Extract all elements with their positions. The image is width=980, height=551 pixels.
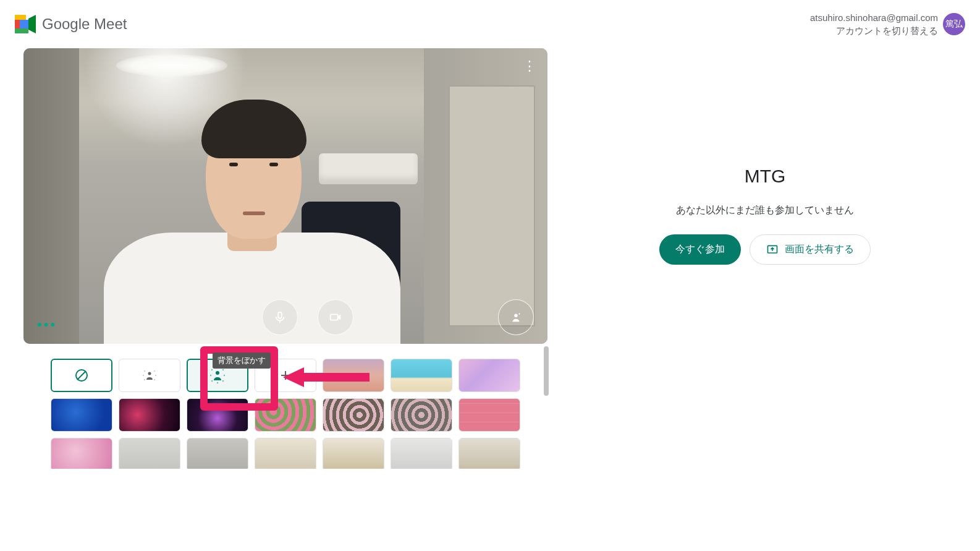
svg-marker-4 — [28, 15, 36, 33]
bg-option-room2[interactable] — [323, 438, 384, 469]
meeting-status: あなた以外にまだ誰も参加していません — [676, 204, 854, 217]
present-label: 画面を共有する — [785, 243, 854, 256]
svg-point-18 — [154, 379, 155, 380]
blur-icon — [208, 366, 227, 385]
audio-level-indicator-icon: ••• — [37, 317, 57, 333]
plus-icon — [279, 369, 292, 382]
no-background-icon — [74, 368, 89, 383]
bg-option-sakura[interactable] — [51, 438, 112, 469]
camera-icon — [329, 310, 342, 324]
svg-point-22 — [210, 375, 211, 376]
svg-point-14 — [154, 370, 155, 372]
brand: Google Meet — [15, 15, 127, 33]
bg-option-room4[interactable] — [458, 438, 520, 469]
brand-name: Google Meet — [42, 15, 127, 33]
bg-option-none[interactable] — [51, 359, 112, 392]
bg-option-sunset[interactable] — [323, 359, 384, 392]
svg-point-9 — [514, 314, 518, 318]
video-preview-container: ⋮ ••• — [23, 48, 549, 469]
bg-option-room3[interactable] — [391, 438, 452, 469]
bg-option-ocean[interactable] — [51, 398, 112, 432]
visual-effects-button[interactable] — [498, 299, 534, 335]
meeting-title: MTG — [745, 166, 786, 187]
account-block: atsuhiro.shinohara@gmail.com アカウントを切り替える… — [810, 11, 965, 37]
bg-option-blur-light[interactable] — [119, 359, 180, 392]
account-email: atsuhiro.shinohara@gmail.com — [810, 11, 938, 24]
mic-icon — [273, 310, 287, 324]
bg-option-office1[interactable] — [119, 438, 180, 469]
bg-option-pattern-pink[interactable] — [458, 398, 520, 432]
svg-rect-1 — [15, 15, 26, 20]
sparkle-person-icon — [509, 310, 523, 324]
blur-light-icon — [142, 367, 158, 383]
svg-point-15 — [143, 375, 144, 376]
svg-rect-3 — [15, 28, 28, 33]
present-screen-button[interactable]: 画面を共有する — [750, 234, 871, 265]
svg-point-13 — [144, 370, 145, 372]
bg-scrollbar-thumb[interactable] — [544, 346, 549, 396]
svg-rect-2 — [20, 20, 28, 28]
switch-account-link[interactable]: アカウントを切り替える — [836, 25, 938, 36]
more-options-icon[interactable]: ⋮ — [523, 58, 536, 74]
svg-point-16 — [155, 375, 156, 376]
avatar[interactable]: 篤弘 — [943, 13, 965, 35]
tooltip-blur-background: 背景をぼかす — [213, 352, 271, 369]
meet-logo-icon — [15, 15, 37, 33]
svg-point-23 — [224, 375, 225, 376]
header: Google Meet atsuhiro.shinohara@gmail.com… — [0, 0, 980, 48]
self-video-preview: ⋮ ••• — [23, 48, 547, 344]
svg-point-25 — [222, 380, 224, 382]
svg-point-12 — [148, 372, 151, 375]
svg-rect-7 — [331, 314, 338, 320]
bg-option-flowers1[interactable] — [255, 398, 316, 432]
svg-point-17 — [144, 379, 145, 380]
bg-option-flowers2[interactable] — [323, 398, 384, 432]
svg-point-20 — [211, 369, 213, 370]
meeting-info-panel: MTG あなた以外にまだ誰も参加していません 今すぐ参加 画面を共有する — [573, 48, 957, 469]
svg-line-11 — [77, 371, 86, 380]
bg-option-fireworks[interactable] — [187, 398, 248, 432]
svg-point-24 — [211, 380, 213, 382]
bg-option-clouds-pink[interactable] — [458, 359, 520, 392]
present-icon — [766, 244, 779, 256]
svg-point-27 — [217, 382, 218, 383]
bg-option-flowers3[interactable] — [391, 398, 452, 432]
toggle-mic-button[interactable] — [262, 299, 298, 335]
bg-option-office2[interactable] — [187, 438, 248, 469]
join-now-button[interactable]: 今すぐ参加 — [659, 234, 741, 265]
svg-point-21 — [222, 369, 224, 370]
svg-rect-5 — [278, 312, 282, 318]
bg-option-room1[interactable] — [255, 438, 316, 469]
bg-option-beach[interactable] — [391, 359, 452, 392]
bg-option-nebula[interactable] — [119, 398, 180, 432]
bg-scrollbar-track — [544, 346, 549, 469]
background-panel: 背景をぼかす — [23, 346, 549, 469]
toggle-camera-button[interactable] — [318, 299, 353, 335]
svg-point-19 — [216, 371, 219, 375]
